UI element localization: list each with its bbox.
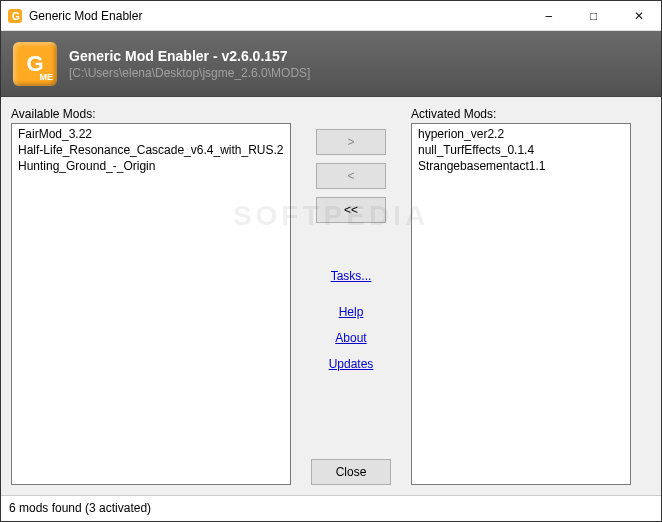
mods-path: [C:\Users\elena\Desktop\jsgme_2.6.0\MODS… (69, 66, 310, 80)
activated-column: Activated Mods: hyperion_ver2.2null_Turf… (411, 107, 631, 485)
list-item[interactable]: Half-Life_Resonance_Cascade_v6.4_with_RU… (12, 142, 290, 158)
svg-text:G: G (12, 11, 20, 22)
available-column: Available Mods: FairMod_3.22Half-Life_Re… (11, 107, 291, 485)
list-item[interactable]: Strangebasementact1.1 (412, 158, 630, 174)
activate-button[interactable]: > (316, 129, 386, 155)
status-text: 6 mods found (3 activated) (9, 501, 151, 515)
activated-mods-list[interactable]: hyperion_ver2.2null_TurfEffects_0.1.4Str… (411, 123, 631, 485)
maximize-button[interactable]: □ (571, 1, 616, 30)
app-logo: GME (13, 42, 57, 86)
list-item[interactable]: hyperion_ver2.2 (412, 126, 630, 142)
center-controls: > < << Tasks... Help About Updates Close (291, 107, 411, 485)
close-button[interactable]: Close (311, 459, 391, 485)
available-mods-list[interactable]: FairMod_3.22Half-Life_Resonance_Cascade_… (11, 123, 291, 485)
close-window-button[interactable]: ✕ (616, 1, 661, 30)
available-label: Available Mods: (11, 107, 291, 121)
app-title: Generic Mod Enabler - v2.6.0.157 (69, 48, 310, 64)
app-icon: G (7, 8, 23, 24)
window-title: Generic Mod Enabler (29, 9, 526, 23)
activated-label: Activated Mods: (411, 107, 631, 121)
window-controls: ‒ □ ✕ (526, 1, 661, 30)
content-area: Available Mods: FairMod_3.22Half-Life_Re… (1, 97, 661, 495)
tasks-link[interactable]: Tasks... (331, 269, 372, 283)
titlebar: G Generic Mod Enabler ‒ □ ✕ (1, 1, 661, 31)
list-item[interactable]: Hunting_Ground_-_Origin (12, 158, 290, 174)
deactivate-all-button[interactable]: << (316, 197, 386, 223)
minimize-button[interactable]: ‒ (526, 1, 571, 30)
updates-link[interactable]: Updates (329, 357, 374, 371)
help-link[interactable]: Help (339, 305, 364, 319)
list-item[interactable]: FairMod_3.22 (12, 126, 290, 142)
header-text: Generic Mod Enabler - v2.6.0.157 [C:\Use… (69, 48, 310, 80)
about-link[interactable]: About (335, 331, 366, 345)
deactivate-button[interactable]: < (316, 163, 386, 189)
list-item[interactable]: null_TurfEffects_0.1.4 (412, 142, 630, 158)
header-band: GME Generic Mod Enabler - v2.6.0.157 [C:… (1, 31, 661, 97)
status-bar: 6 mods found (3 activated) (1, 495, 661, 519)
